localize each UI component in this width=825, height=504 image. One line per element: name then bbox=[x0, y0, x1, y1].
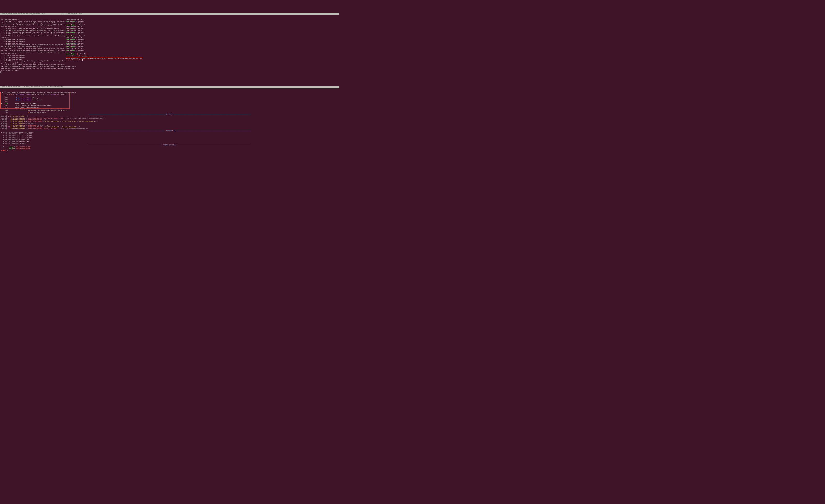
prompt-line[interactable]: parallels@me:~$ adb shell bbox=[66, 42, 339, 44]
backtrace-line: 5 0xffffff80081d4d5c sys_ioctl+136 bbox=[0, 141, 338, 142]
log-line: [ 87.315507] init: Service 'dhcpclient_r… bbox=[0, 28, 64, 29]
log-line: action=sys.usb.config=adb && sys.usb.con… bbox=[0, 66, 64, 67]
top-row: ✕ parallels@me: /media/parallels/InTOne/… bbox=[0, 9, 339, 77]
log-line: error: device offline bbox=[66, 51, 339, 53]
prompt-line[interactable]: parallels@me:~$ adb shell bbox=[66, 24, 339, 26]
log-line: error: device offline bbox=[66, 48, 339, 49]
stack-line: 06:0030│ x29 0xffffffc05c1dbd80 —▸ 0xfff… bbox=[0, 126, 338, 128]
stack-line: 02:0010│ 0xffffffc05c1dbd60 —▸ 0xffffffc… bbox=[0, 119, 338, 121]
backtrace-line: 3 0xffffff80081d4b14 do_vfs_ioctl+1032 bbox=[0, 137, 338, 139]
log-line: error: device offline bbox=[66, 44, 339, 46]
titlebar-bottom[interactable]: ✕ parallels@me: /media/psf/TwoT/android_… bbox=[0, 86, 339, 88]
source-line: 4543 if (new_thread == NULL) bbox=[0, 112, 338, 114]
close-icon[interactable]: ✕ bbox=[66, 13, 67, 14]
stack-line: 01:0008│ 0xffffffc05c1dbd58 —▸ 0xffffff8… bbox=[0, 117, 338, 119]
log-line: action=sys.usb.config=adb && sys.usb.con… bbox=[0, 22, 64, 24]
log-line: sys.usb.ffs.ready=1) from (/init.usb.con… bbox=[0, 46, 64, 48]
pane-top-left: ✕ parallels@me: /media/parallels/InTOne/… bbox=[0, 9, 65, 77]
backtrace-line: 6 0xffffff800085f70 el0_svc+48 bbox=[0, 142, 338, 144]
log-line: took 2ms and failed: Unable to write to … bbox=[0, 24, 64, 26]
prompt-line[interactable]: parallels@me:~$ adb shell bbox=[66, 35, 339, 37]
prompt-line[interactable]: parallels@me:~$ adb shell bbox=[66, 46, 339, 48]
log-line: [ 88.190206] read strings bbox=[0, 42, 64, 44]
thread-line: 1 "" stopped: 0xffffff80080e9f38 bbox=[0, 148, 338, 149]
backtrace-line: 1 0xffffff800857bee0 binder_ioctl+364 bbox=[0, 133, 338, 135]
stack-line: 00:0000│ sp 0xffffffc05c1dbd50 ◂— 4 bbox=[0, 115, 338, 117]
log-line: [ 88.190014] read descriptors bbox=[0, 41, 64, 42]
source-line: 4533 static struct binder_thread *binder… bbox=[0, 93, 338, 95]
section-threads: ────────────────────────────────────────… bbox=[0, 144, 338, 146]
log-line: contents: No such device bbox=[0, 26, 64, 27]
cursor-icon bbox=[7, 150, 7, 151]
prompt-line[interactable]: parallels@me:~$ adb shell bbox=[66, 53, 339, 55]
log-line: error: device offline bbox=[66, 29, 339, 31]
source-line: 4539 thread = binder_get_thread_ilocked(… bbox=[0, 104, 338, 106]
file-header: n file: /media/psf/TwoT/android_kernel/a… bbox=[0, 92, 338, 93]
log-line: [ 89.281422] read strings bbox=[0, 59, 64, 60]
uname-output: Linux localhost 4.4.302.7-gcc24b0a8f68a-… bbox=[66, 57, 339, 59]
log-line: [ 88.189649] read descriptors bbox=[0, 39, 64, 40]
log-line: /init.usb.configfs.rc:20) bbox=[0, 19, 64, 20]
log-line: [ 89.281135] read descriptors bbox=[0, 57, 64, 58]
close-icon[interactable]: ✕ bbox=[1, 86, 1, 88]
log-line: error: device offline bbox=[66, 26, 339, 27]
window-button-icon[interactable] bbox=[61, 13, 63, 14]
window-button-icon[interactable] bbox=[63, 13, 64, 14]
stack-line: 03:0018│ 0xffffffc05c1dbd68 —▸ 0xffffffc… bbox=[0, 121, 338, 122]
window-title: parallels@me: /media/parallels/InTOne/ru… bbox=[2, 13, 61, 14]
source-line: 4542 new_thread = kzalloc(sizeof(*thread… bbox=[0, 110, 338, 112]
log-line: [ 87.330701] init: Init cannot set 'ro.i… bbox=[0, 35, 64, 37]
stack-line: 05:0028│ 0xffffffc05c1dbd78 —▸ 0x71a42a5… bbox=[0, 124, 338, 126]
emulator-prompt-line[interactable]: emulator64_arm64:/ $ uname -a bbox=[66, 55, 339, 57]
backtrace-line: 2 0xffffff80081d4b14 do_vfs_ioctl+1032 bbox=[0, 135, 338, 137]
cursor-icon bbox=[82, 60, 83, 61]
terminal-output[interactable]: /init.usb.configfs.rc:20)[ 87.105524] in… bbox=[0, 18, 65, 73]
prompt-line[interactable]: parallels@me:~$ adb shell bbox=[66, 39, 339, 40]
highlight-box: adb shell bbox=[77, 53, 87, 55]
source-line: 4540 binder_inner_proc_unlock(proc); bbox=[0, 106, 338, 108]
pwndbg-prompt[interactable]: pwndbg> bbox=[0, 150, 338, 151]
pane-top-right: ✕ parallels@me: ~ (ssh) error: device of… bbox=[65, 9, 339, 77]
source-line: 4534 { bbox=[0, 95, 338, 97]
log-line: error: device offline bbox=[66, 41, 339, 42]
source-line: 4537 bbox=[0, 101, 338, 102]
thread-line: ► 2 "" stopped: 0xffffff800857c738 bbox=[0, 146, 338, 148]
log-line: [ 87.105524] init: Command 'write /confi… bbox=[0, 20, 64, 22]
stack-line: 07:0038│ 0xffffffc05c1dbd88 —▸ 0xffffff8… bbox=[0, 128, 338, 130]
close-icon[interactable]: ✕ bbox=[1, 13, 1, 14]
terminal-output[interactable]: error: device offlineparallels@me:~$ adb… bbox=[65, 18, 339, 61]
titlebar-top-right[interactable]: ✕ parallels@me: ~ (ssh) bbox=[65, 13, 339, 15]
prompt-line[interactable]: parallels@me:~$ adb shell bbox=[66, 49, 339, 51]
source-line: 4541 if (!thread) { bbox=[0, 108, 338, 110]
prompt-line[interactable]: parallels@me:~$ adb shell bbox=[66, 28, 339, 29]
source-line: 4535 struct binder_thread *thread; bbox=[0, 97, 338, 99]
log-line: [ 88.202246] init: Command 'write /confi… bbox=[0, 48, 64, 49]
titlebar-top-left[interactable]: ✕ parallels@me: /media/parallels/InTOne/… bbox=[0, 13, 65, 15]
log-line: [ 87.318415] init: Sending signal 9 to s… bbox=[0, 29, 64, 31]
backtrace-line: 4 0xffffff80081d4d5c sys_ioctl+136 bbox=[0, 139, 338, 141]
log-line: error: device offline bbox=[66, 33, 339, 35]
emulator-prompt-line[interactable]: emulator64_arm64:/ $ bbox=[66, 59, 339, 61]
log-line: [ 89.306948] init: processing action (sy… bbox=[0, 60, 64, 62]
source-line: ► 4538 binder_inner_proc_lock(proc); bbox=[0, 102, 338, 104]
prompt-line[interactable]: parallels@me:~$ adb shell bbox=[66, 20, 339, 22]
log-line: error: device offline bbox=[66, 37, 339, 39]
prompt-line[interactable]: parallels@me:~$ adb shell bbox=[66, 31, 339, 33]
log-line: action=sys.usb.config=adb && sys.usb.con… bbox=[0, 49, 64, 51]
log-line: [ 89.280894] read descriptors bbox=[0, 55, 64, 57]
log-line: contents: No such device bbox=[0, 69, 64, 71]
log-line: error: device offline bbox=[66, 22, 339, 24]
pane-bottom: ✕ parallels@me: /media/psf/TwoT/android_… bbox=[0, 82, 339, 154]
log-line: contents: No such device bbox=[0, 53, 64, 55]
stack-line: 04:0020│ 0xffffffc05c1dbd70 ◂— 0xc030620… bbox=[0, 122, 338, 124]
debugger-output[interactable]: n file: /media/psf/TwoT/android_kernel/a… bbox=[0, 92, 339, 152]
window-title: parallels@me: /media/psf/TwoT/android_ke… bbox=[2, 86, 338, 88]
highlight-box: Linux localhost 4.4.302.7-gcc24b0a8f68a-… bbox=[66, 57, 142, 59]
section-backtrace: ────────────────────────────────────────… bbox=[0, 130, 338, 131]
section-stack: ────────────────────────────────────────… bbox=[0, 114, 338, 115]
source-line: 4536 struct binder_thread *new_thread; bbox=[0, 99, 338, 100]
log-line: already set bbox=[0, 37, 64, 39]
log-line: error: device offline bbox=[66, 19, 339, 20]
log-line: took 6ms and failed: Unable to write to … bbox=[0, 51, 64, 53]
terminal-cursor-line[interactable] bbox=[0, 71, 64, 73]
